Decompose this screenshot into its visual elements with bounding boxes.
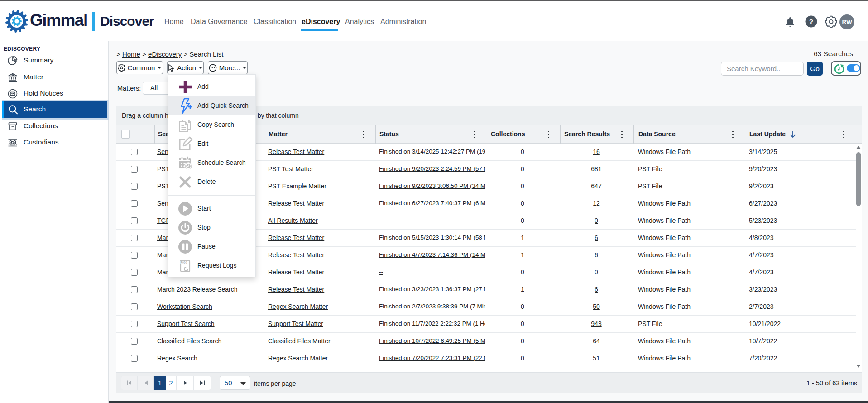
svg-text:LOG: LOG <box>180 261 187 264</box>
svg-text:?: ? <box>809 18 813 25</box>
